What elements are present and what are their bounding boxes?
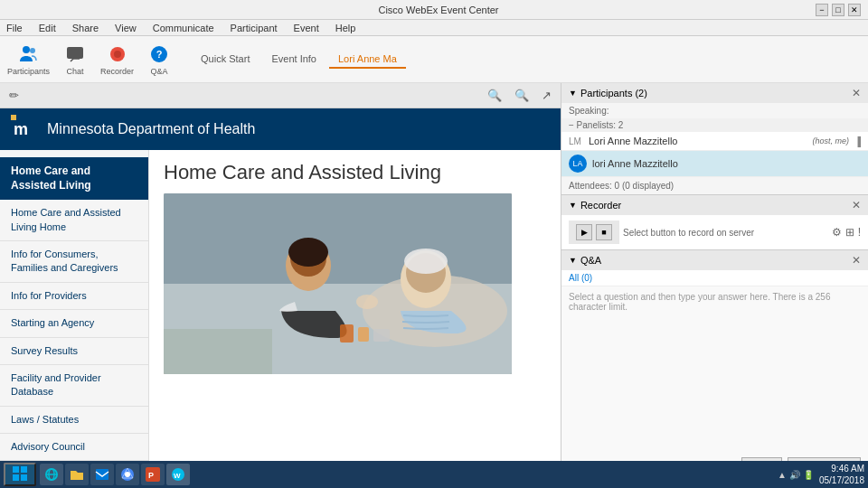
tab-quick-start[interactable]: Quick Start — [192, 51, 259, 69]
menu-view[interactable]: View — [112, 23, 139, 33]
qa-icon: ? — [148, 43, 170, 65]
sidebar-item-facility[interactable]: Facility and Provider Database — [0, 365, 148, 407]
window-title: Cisco WebEx Event Center — [61, 5, 816, 15]
record-stop-btn[interactable]: ■ — [596, 224, 612, 240]
minimize-button[interactable]: − — [816, 4, 828, 16]
svg-text:m: m — [14, 120, 28, 138]
tab-event-info[interactable]: Event Info — [262, 51, 326, 69]
sidebar-item-agency[interactable]: Starting an Agency — [0, 310, 148, 337]
svg-text:?: ? — [156, 49, 163, 60]
svg-rect-24 — [13, 466, 19, 473]
participant-audio-signal: ▐ — [854, 136, 861, 146]
svg-point-0 — [23, 46, 30, 53]
tab-lori-anne[interactable]: Lori Anne Ma — [329, 51, 406, 69]
pencil-icon[interactable]: ✏ — [5, 87, 23, 104]
participant-audio-icon: LM — [569, 136, 583, 146]
svg-text:W: W — [174, 472, 181, 480]
recorder-toolbar-label: Recorder — [100, 67, 134, 76]
svg-rect-26 — [13, 474, 19, 481]
svg-rect-21 — [373, 329, 390, 342]
menu-event[interactable]: Event — [291, 23, 322, 33]
svg-point-33 — [125, 472, 130, 477]
svg-rect-27 — [21, 474, 27, 481]
window-controls: − □ ✕ — [816, 4, 861, 16]
sidebar-item-survey[interactable]: Survey Results — [0, 338, 148, 365]
taskbar-outlook-icon[interactable] — [90, 464, 114, 485]
participants-section: ▼ Participants (2) ✕ Speaking: − Panelis… — [561, 83, 868, 195]
caregiver-image — [164, 193, 512, 374]
svg-rect-23 — [164, 329, 272, 374]
right-panel: ▼ Participants (2) ✕ Speaking: − Panelis… — [561, 83, 868, 488]
webex-icon: W — [171, 467, 185, 482]
menu-bar: File Edit Share View Communicate Partici… — [0, 20, 868, 36]
main-content-area: Home Care and Assisted Living — [149, 150, 561, 469]
menu-participant[interactable]: Participant — [228, 23, 280, 33]
recorder-info-icon[interactable]: ! — [858, 226, 861, 239]
qa-toolbar-btn[interactable]: ? Q&A — [148, 43, 170, 76]
page-content: Home Care andAssisted Living Home Care a… — [0, 150, 561, 469]
recorder-label: Recorder — [580, 200, 621, 211]
record-play-btn[interactable]: ▶ — [576, 224, 592, 240]
sidebar-item-home[interactable]: Home Care and Assisted Living Home — [0, 200, 148, 241]
system-tray: ▲ 🔊 🔋 — [778, 470, 814, 480]
svg-point-22 — [356, 295, 378, 309]
start-button[interactable] — [4, 463, 36, 486]
taskbar-chrome-icon[interactable] — [116, 464, 139, 485]
toolbar: Participants Chat Recorder ? Q&A Qu — [0, 36, 868, 83]
participants-chevron: ▼ — [569, 89, 577, 98]
title-bar: Cisco WebEx Event Center − □ ✕ — [0, 0, 868, 20]
taskbar-folder-icon[interactable] — [65, 464, 89, 485]
page-title: Home Care and Assisted Living — [164, 161, 546, 184]
recorder-expand-icon[interactable]: ⊞ — [845, 226, 854, 239]
taskbar-webex-icon[interactable]: W — [166, 464, 190, 485]
pointer-icon[interactable]: ↗ — [538, 87, 555, 104]
recorder-section: ▼ Recorder ✕ ▶ ■ Select button to record… — [561, 195, 868, 250]
sidebar-item-laws[interactable]: Laws / Statutes — [0, 407, 148, 434]
participants-close-icon[interactable]: ✕ — [852, 87, 861, 99]
tray-network-icon: ▲ — [778, 470, 787, 480]
caregiver-svg — [164, 193, 512, 374]
speaking-label: Speaking: — [561, 103, 868, 118]
participants-toolbar-btn[interactable]: Participants — [7, 43, 50, 76]
sidebar-item-consumers[interactable]: Info for Consumers, Families and Caregiv… — [0, 241, 148, 283]
sidebar-item-advisory[interactable]: Advisory Council — [0, 434, 148, 461]
recorder-toolbar-btn[interactable]: Recorder — [100, 43, 134, 76]
taskbar-powerpoint-icon[interactable]: P — [141, 464, 165, 485]
ie-icon — [44, 467, 59, 482]
search2-icon[interactable]: 🔍 — [511, 87, 533, 104]
recorder-header[interactable]: ▼ Recorder ✕ — [561, 195, 868, 215]
menu-edit[interactable]: Edit — [36, 23, 59, 33]
participant-host-badge: (host, me) — [812, 136, 849, 145]
chrome-icon — [120, 467, 135, 482]
menu-file[interactable]: File — [4, 23, 25, 33]
recorder-icon — [107, 43, 128, 65]
chat-toolbar-btn[interactable]: Chat — [64, 43, 86, 76]
menu-help[interactable]: Help — [333, 23, 359, 33]
sidebar-item-providers[interactable]: Info for Providers — [0, 283, 148, 310]
tray-sound-icon: 🔊 — [789, 470, 800, 480]
search-icon[interactable]: 🔍 — [484, 87, 505, 104]
menu-communicate[interactable]: Communicate — [150, 23, 217, 33]
qa-chevron: ▼ — [569, 256, 577, 265]
qa-section: ▼ Q&A ✕ All (0) Select a question and th… — [561, 250, 868, 488]
qa-all-link[interactable]: All (0) — [561, 270, 868, 286]
recorder-close-icon[interactable]: ✕ — [852, 199, 861, 211]
close-button[interactable]: ✕ — [848, 4, 861, 16]
windows-logo-icon — [13, 466, 27, 481]
recorder-chevron: ▼ — [569, 201, 577, 210]
participants-icon — [18, 43, 40, 65]
toolbar-tabs: Quick Start Event Info Lori Anne Ma — [192, 51, 406, 69]
menu-share[interactable]: Share — [70, 23, 101, 33]
taskbar-ie-icon[interactable] — [40, 464, 63, 485]
svg-point-1 — [30, 48, 35, 53]
svg-point-15 — [404, 249, 448, 274]
maximize-button[interactable]: □ — [832, 4, 844, 16]
clock-date: 05/17/2018 — [819, 474, 864, 486]
qa-label: Q&A — [580, 255, 601, 266]
qa-header[interactable]: ▼ Q&A ✕ — [561, 250, 868, 270]
participants-header[interactable]: ▼ Participants (2) ✕ — [561, 83, 868, 103]
svg-point-18 — [288, 238, 328, 267]
svg-rect-31 — [96, 469, 108, 480]
qa-close-icon[interactable]: ✕ — [852, 254, 861, 267]
recorder-settings-icon[interactable]: ⚙ — [832, 226, 842, 239]
